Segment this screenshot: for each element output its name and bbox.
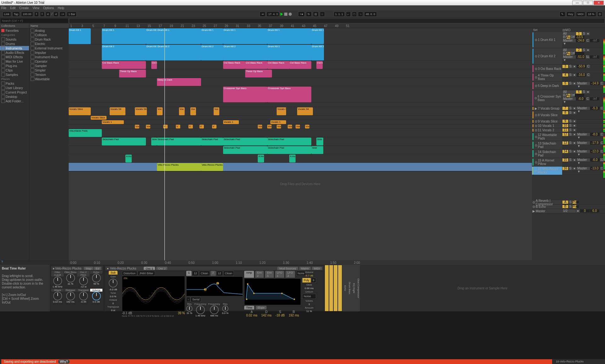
track-lane[interactable] <box>69 116 532 120</box>
amp-tab[interactable]: Amp <box>244 271 254 278</box>
cat-samples[interactable]: Samples <box>0 72 29 77</box>
track-header[interactable]: ⊙15 A Hornet Pillow <box>532 158 562 167</box>
clip[interactable]: Voc <box>157 107 163 115</box>
track-fold[interactable]: ⊙ <box>535 128 537 132</box>
track-fold[interactable]: ⊙ <box>535 152 537 156</box>
place-user[interactable]: User Library <box>0 86 29 90</box>
volume-value[interactable]: -24.8 <box>576 39 585 42</box>
clip[interactable]: Drum Kit 1 <box>311 28 324 44</box>
macro-knob[interactable]: Echo59 % <box>90 271 102 288</box>
solo-button[interactable]: S <box>568 124 572 127</box>
drop-area[interactable]: Drop Files and Devices Here <box>69 171 532 196</box>
track-lane[interactable] <box>69 163 532 171</box>
clip[interactable]: V <box>199 125 204 128</box>
clip[interactable]: Vocals Sli <box>110 107 125 115</box>
solo-button[interactable]: S <box>568 107 572 110</box>
volume-value[interactable]: -13.0 <box>590 167 600 170</box>
macro-knob[interactable]: Release192 ms <box>64 289 77 303</box>
clip[interactable]: Voc <box>214 107 219 115</box>
clip[interactable]: Sidechain Pad <box>267 146 311 154</box>
rec-arm[interactable]: ● <box>573 128 576 132</box>
envelope-display[interactable] <box>244 278 301 305</box>
clip[interactable]: A Ho <box>289 155 296 162</box>
clip[interactable]: Drum Kit 2 <box>201 45 223 60</box>
quantize-menu[interactable]: 1 Bar <box>67 12 77 17</box>
track-header[interactable]: ⊙8 Vocals Slice <box>532 111 562 119</box>
filter1-on[interactable]: 1 <box>186 271 192 276</box>
macro-knob[interactable]: Attack0.02 ms <box>51 289 64 303</box>
solo-button[interactable]: S <box>568 167 572 170</box>
clip[interactable]: Sidechain Pad <box>267 138 311 145</box>
track-fold[interactable]: ▶ <box>535 107 537 110</box>
drop-device-area[interactable]: Drop an Instrument or Sample Here <box>360 265 605 311</box>
track-header[interactable]: ⊙12 Wavetable Pads <box>532 133 562 141</box>
chain-eq[interactable]: EQ Eight <box>351 265 355 311</box>
track-fold[interactable]: ⊙ <box>535 54 537 58</box>
inst-collision[interactable]: Collision <box>29 33 69 37</box>
track-number[interactable]: 11 <box>562 128 568 132</box>
clip[interactable]: Drum Kit 1 <box>157 28 201 44</box>
menu-options[interactable]: Options <box>43 6 54 10</box>
clip[interactable]: Drum Kit 1 <box>102 28 146 44</box>
rec-arm[interactable]: ● <box>586 90 590 94</box>
clip[interactable]: Oxi Bass Rack <box>223 61 245 69</box>
clip[interactable]: Sidechain Pad <box>157 138 201 145</box>
inst-sampler[interactable]: Sampler <box>29 64 69 68</box>
master-header[interactable]: ▶Master <box>532 209 562 213</box>
clip[interactable]: Vocals 1 <box>270 120 286 124</box>
clip[interactable]: Drum Kit 2 <box>267 45 311 60</box>
map-button[interactable]: Map <box>84 267 93 270</box>
collapsed-dot-4[interactable] <box>338 265 342 311</box>
overview-bar[interactable] <box>69 19 604 23</box>
track-number[interactable]: 5 <box>562 82 568 85</box>
filter2-on[interactable]: 2 <box>210 271 216 276</box>
rec-arm[interactable]: ● <box>573 120 576 123</box>
pan-value[interactable]: C <box>600 150 604 153</box>
track-lane[interactable] <box>69 78 532 86</box>
cat-plugins[interactable]: Plug-ins <box>0 64 29 68</box>
clip[interactable]: Side <box>316 138 323 145</box>
menu-file[interactable]: File <box>1 6 6 10</box>
clip[interactable]: Velo-Rezzo Plucks <box>201 163 223 171</box>
track-fold[interactable]: ⊙ <box>535 113 537 117</box>
rec-arm[interactable]: ● <box>573 124 576 127</box>
clip[interactable]: V <box>212 125 216 128</box>
clip[interactable]: Voc <box>135 125 139 128</box>
name-header[interactable]: Name <box>29 24 69 28</box>
punch-in[interactable]: ⌐ <box>346 12 351 17</box>
track-header[interactable]: ⊙4 Three Op Bass <box>532 73 562 82</box>
volume-value[interactable]: -12.0 <box>590 150 600 153</box>
clip[interactable]: Drum Kit 2 <box>311 45 324 60</box>
beat-ruler[interactable]: 1357911131517192123252729313335373941434… <box>69 24 605 28</box>
key-map[interactable]: Key <box>567 12 575 17</box>
inst-operator[interactable]: Operator <box>29 59 69 64</box>
input-select[interactable]: All Channel▼ <box>562 90 576 94</box>
position-field[interactable]: 17. 4. 3 <box>267 12 279 17</box>
chain-echo[interactable]: Echo <box>342 265 347 311</box>
track-lane[interactable] <box>69 103 532 107</box>
mod-tab[interactable]: Mod Sources <box>277 267 298 270</box>
inst-rack[interactable]: Instrument Rack <box>29 55 69 59</box>
res2-knob[interactable] <box>222 305 228 312</box>
macro-knob[interactable]: Filter Cutoff1.46 kHz <box>51 271 64 288</box>
wave-select[interactable]: JN60 Bitter <box>138 271 155 276</box>
collapsed-dot-1[interactable] <box>325 265 329 311</box>
monitor-in[interactable]: In <box>562 52 566 55</box>
pan-value[interactable]: C <box>600 133 604 136</box>
clip[interactable]: Voc <box>305 125 309 128</box>
clip[interactable]: Voc <box>267 125 272 128</box>
track-number[interactable]: 3 <box>562 65 568 68</box>
output-select[interactable]: Master ▼ <box>577 82 590 85</box>
tracks-area[interactable]: Drop Files and Devices HereDrum Kit 1Dru… <box>69 28 532 260</box>
menu-help[interactable]: Help <box>58 6 64 10</box>
track-number[interactable]: 6 <box>576 90 582 94</box>
clip[interactable]: Drum Kit 1 <box>223 28 267 44</box>
inst-impulse[interactable]: Impulse <box>29 50 69 55</box>
input-select[interactable]: All Channel▼ <box>562 48 576 52</box>
macro-knob[interactable]: Filter Reso31 % <box>64 271 77 288</box>
send-value[interactable] <box>575 52 584 55</box>
clip[interactable]: Vocals 1 <box>102 120 124 124</box>
rec-arm[interactable]: ● <box>573 73 576 77</box>
play-button[interactable] <box>280 13 283 16</box>
track-number[interactable]: 12 <box>562 133 568 136</box>
